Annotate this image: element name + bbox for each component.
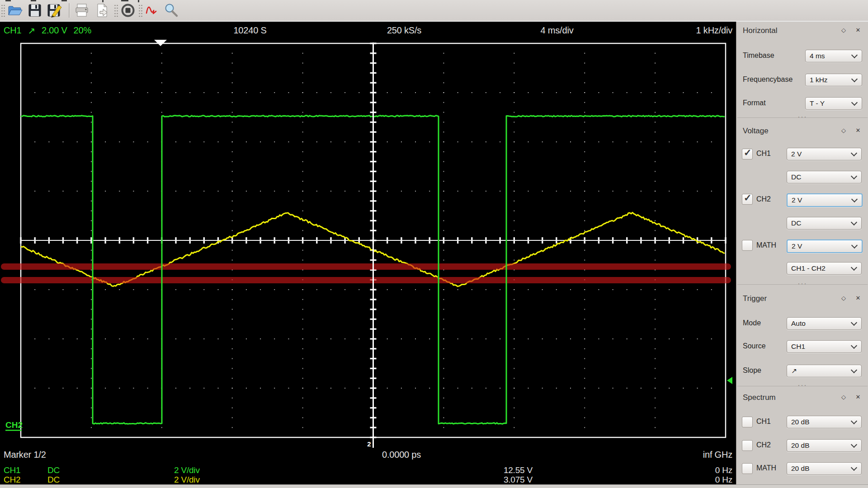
voltage-ch2-label: CH2 <box>756 195 771 203</box>
toolbar-drag-handle[interactable] <box>114 4 118 18</box>
ch1-scale: 2 V/div <box>174 465 200 475</box>
spectrum-math-label: MATH <box>756 464 776 472</box>
trigger-slope-label: Slope <box>743 366 761 375</box>
trigger-mode-label: Mode <box>743 319 761 327</box>
spectrum-ch2-checkbox[interactable] <box>742 440 753 451</box>
ch2-label: CH2 <box>4 475 20 485</box>
trigger-slope-icon: ↗ <box>28 25 35 36</box>
frequencybase-selected-value: 1 kHz <box>806 76 828 84</box>
format-select[interactable]: T - Y <box>805 97 862 110</box>
spectrum-math-select[interactable]: 20 dB <box>787 462 862 475</box>
frequencybase-label: Frequencybase <box>743 75 793 84</box>
zoom-icon[interactable] <box>164 3 179 18</box>
timebase-select[interactable]: 4 ms <box>805 50 862 62</box>
ch2-coupling-select[interactable]: DC <box>787 217 862 230</box>
ch1-gain-select[interactable]: 2 V <box>787 148 862 160</box>
voltage-math-label: MATH <box>756 241 776 249</box>
ch1-label: CH1 <box>4 465 20 475</box>
dock-splitter[interactable] <box>736 282 868 286</box>
trigger-slope-select[interactable]: ↗ <box>787 365 862 377</box>
chevron-down-icon <box>851 418 857 424</box>
ch1-enable-checkbox[interactable] <box>742 149 753 160</box>
print-icon[interactable] <box>74 3 90 18</box>
export-icon[interactable] <box>95 3 110 18</box>
top-status-bar: CH1 ↗ 2.00 V 20% <box>4 25 91 36</box>
ch2-coupling: DC <box>47 475 60 485</box>
chevron-down-icon <box>851 264 857 271</box>
spectrum-ch1-select[interactable]: 20 dB <box>787 416 862 428</box>
trigger-slope-value: ↗ <box>787 367 797 375</box>
dock-splitter[interactable] <box>736 384 868 388</box>
horizontal-panel-title: Horizontal <box>743 26 778 35</box>
marker-frequency-value: inf GHz <box>703 450 732 460</box>
math-mode-select[interactable]: CH1 - CH2 <box>787 262 862 275</box>
spectrum-ch2-select[interactable]: 20 dB <box>787 439 862 452</box>
save-as-icon[interactable] <box>46 3 64 18</box>
ch2-scale: 2 V/div <box>174 475 200 485</box>
signal-generator-icon[interactable] <box>145 3 160 18</box>
marker-readout-label: Marker 1/2 <box>4 450 46 460</box>
menu-remnant <box>5 0 11 1</box>
trigger-source-value: CH1 <box>787 343 805 351</box>
ch1-coupling: DC <box>47 465 60 475</box>
open-icon[interactable] <box>7 3 23 18</box>
toolbar-drag-handle[interactable] <box>138 4 142 18</box>
timebase-label: Timebase <box>743 52 774 60</box>
ch2-frequency: 0 Hz <box>715 475 732 485</box>
trigger-source-select[interactable]: CH1 <box>787 340 862 353</box>
close-panel-icon[interactable]: ✕ <box>854 26 862 34</box>
math-enable-checkbox[interactable] <box>742 240 753 251</box>
chevron-down-icon <box>851 99 858 106</box>
math-gain-select[interactable]: 2 V <box>787 239 863 253</box>
timebase-selected-value: 4 ms <box>806 52 825 60</box>
save-icon[interactable] <box>27 3 42 18</box>
chevron-down-icon <box>851 76 858 82</box>
svg-text:2: 2 <box>367 440 371 448</box>
float-panel-icon[interactable]: ◇ <box>840 127 848 135</box>
menu-remnant <box>138 0 139 2</box>
spectrum-ch1-value: 20 dB <box>787 418 810 426</box>
chevron-down-icon <box>851 150 857 156</box>
close-panel-icon[interactable]: ✕ <box>854 294 862 302</box>
toolbar-drag-handle[interactable] <box>1 4 5 18</box>
spectrum-ch1-checkbox[interactable] <box>742 417 753 427</box>
pretrigger-percent: 20% <box>74 25 91 36</box>
ch1-frequency: 0 Hz <box>715 465 732 475</box>
trigger-mode-value: Auto <box>787 319 806 328</box>
chevron-down-icon <box>851 441 857 448</box>
right-dock: Horizontal ◇ ✕ Timebase 4 ms Frequencyba… <box>736 22 868 488</box>
ch1-coupling-select[interactable]: DC <box>787 171 862 183</box>
svg-text:CH2: CH2 <box>5 420 23 430</box>
chevron-down-icon <box>851 52 858 58</box>
spectrum-math-value: 20 dB <box>787 465 810 473</box>
frequencybase-select[interactable]: 1 kHz <box>805 74 862 86</box>
scope-display[interactable]: CH22 <box>0 40 738 448</box>
close-panel-icon[interactable]: ✕ <box>854 393 862 401</box>
ch2-gain-value: 2 V <box>788 196 802 204</box>
dock-splitter[interactable] <box>736 116 868 120</box>
toolbar-separator <box>69 3 70 18</box>
ch2-gain-select[interactable]: 2 V <box>787 193 863 207</box>
chevron-down-icon <box>851 465 857 471</box>
trigger-mode-select[interactable]: Auto <box>787 317 862 330</box>
ch1-gain-value: 2 V <box>787 150 802 158</box>
spectrum-math-checkbox[interactable] <box>742 463 753 474</box>
stop-icon[interactable] <box>120 3 136 18</box>
timebase-value-top: 4 ms/div <box>512 25 602 36</box>
float-panel-icon[interactable]: ◇ <box>840 294 848 302</box>
float-panel-icon[interactable]: ◇ <box>840 393 848 401</box>
ch2-enable-checkbox[interactable] <box>742 194 753 205</box>
close-panel-icon[interactable]: ✕ <box>854 127 862 135</box>
marker-time-value: 0.0000 ps <box>382 450 421 460</box>
float-panel-icon[interactable]: ◇ <box>840 26 848 34</box>
menu-remnant <box>102 0 104 2</box>
trigger-voltage-value: 2.00 V <box>42 25 67 36</box>
menu-remnant <box>61 0 67 1</box>
chevron-down-icon <box>851 319 857 326</box>
chevron-down-icon <box>851 367 857 373</box>
record-length-value: 10240 S <box>205 25 295 36</box>
chevron-down-icon <box>851 219 857 225</box>
ch1-amplitude: 12.55 V <box>504 465 533 475</box>
samplerate-value: 250 kS/s <box>359 25 449 36</box>
math-gain-value: 2 V <box>788 242 802 250</box>
